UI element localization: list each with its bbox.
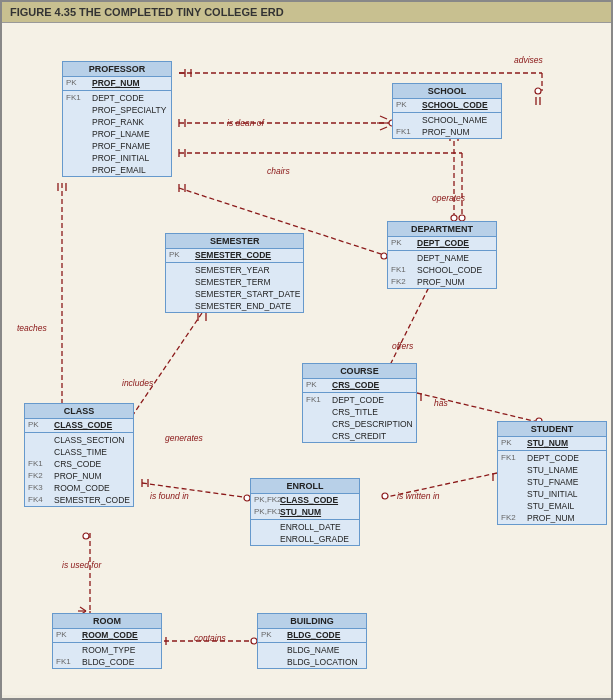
- field-name: CLASS_TIME: [54, 447, 130, 457]
- field-name: DEPT_CODE: [332, 395, 413, 405]
- field-name: SCHOOL_CODE: [422, 100, 498, 110]
- field-name: ROOM_CODE: [82, 630, 158, 640]
- relationship-label: operates: [432, 193, 465, 203]
- field-key: PK: [396, 100, 422, 109]
- relationship-label: includes: [122, 378, 153, 388]
- divider: [166, 262, 303, 263]
- relationship-label: generates: [165, 433, 203, 443]
- field-name: PROF_NUM: [527, 513, 603, 523]
- field-name: PROF_LNAME: [92, 129, 168, 139]
- field-name: SEMESTER_END_DATE: [195, 301, 300, 311]
- relationship-label: contains: [194, 633, 226, 643]
- entity-department: DEPARTMENTPKDEPT_CODEDEPT_NAMEFK1SCHOOL_…: [387, 221, 497, 289]
- relationship-label: teaches: [17, 323, 47, 333]
- entity-student: STUDENTPKSTU_NUMFK1DEPT_CODESTU_LNAMESTU…: [497, 421, 607, 525]
- entity-header-department: DEPARTMENT: [388, 222, 496, 237]
- field-key: PK,FK1: [254, 507, 280, 516]
- field-row: FK1DEPT_CODE: [498, 452, 606, 464]
- field-name: PROF_NUM: [92, 78, 168, 88]
- field-key: FK2: [501, 513, 527, 522]
- field-name: PROF_RANK: [92, 117, 168, 127]
- field-name: BLDG_LOCATION: [287, 657, 363, 667]
- field-row: SEMESTER_END_DATE: [166, 300, 303, 312]
- field-name: STU_NUM: [280, 507, 356, 517]
- field-name: SCHOOL_NAME: [422, 115, 498, 125]
- field-key: PK: [501, 438, 527, 447]
- field-row: ROOM_TYPE: [53, 644, 161, 656]
- field-row: SEMESTER_YEAR: [166, 264, 303, 276]
- field-name: ENROLL_DATE: [280, 522, 356, 532]
- divider: [258, 642, 366, 643]
- relationship-label: is dean of: [227, 118, 264, 128]
- field-name: CRS_DESCRIPTION: [332, 419, 413, 429]
- entity-header-class: CLASS: [25, 404, 133, 419]
- entity-header-student: STUDENT: [498, 422, 606, 437]
- field-row: FK1CRS_CODE: [25, 458, 133, 470]
- field-key: PK: [306, 380, 332, 389]
- field-name: ROOM_TYPE: [82, 645, 158, 655]
- divider: [388, 250, 496, 251]
- field-row: STU_EMAIL: [498, 500, 606, 512]
- field-row: PKSTU_NUM: [498, 437, 606, 449]
- field-row: FK1PROF_NUM: [393, 126, 501, 138]
- field-name: BLDG_NAME: [287, 645, 363, 655]
- page: FIGURE 4.35 THE COMPLETED TINY COLLEGE E…: [0, 0, 613, 700]
- relationship-label: advises: [514, 55, 543, 65]
- field-row: PKSEMESTER_CODE: [166, 249, 303, 261]
- entity-header-semester: SEMESTER: [166, 234, 303, 249]
- field-row: PKROOM_CODE: [53, 629, 161, 641]
- field-row: PKCLASS_CODE: [25, 419, 133, 431]
- entity-course: COURSEPKCRS_CODEFK1DEPT_CODECRS_TITLECRS…: [302, 363, 417, 443]
- field-key: FK2: [391, 277, 417, 286]
- field-row: FK1DEPT_CODE: [303, 394, 416, 406]
- field-row: FK3ROOM_CODE: [25, 482, 133, 494]
- field-key: PK: [28, 420, 54, 429]
- field-key: PK: [391, 238, 417, 247]
- field-key: FK1: [66, 93, 92, 102]
- field-name: SEMESTER_CODE: [54, 495, 130, 505]
- field-row: STU_INITIAL: [498, 488, 606, 500]
- field-row: STU_FNAME: [498, 476, 606, 488]
- field-row: SEMESTER_TERM: [166, 276, 303, 288]
- field-name: ENROLL_GRADE: [280, 534, 356, 544]
- field-row: PKBLDG_CODE: [258, 629, 366, 641]
- field-row: PK,FK1STU_NUM: [251, 506, 359, 518]
- field-name: DEPT_CODE: [92, 93, 168, 103]
- field-key: FK1: [306, 395, 332, 404]
- svg-line-15: [380, 116, 387, 119]
- relationship-label: offers: [392, 341, 413, 351]
- field-row: FK4SEMESTER_CODE: [25, 494, 133, 506]
- field-name: SEMESTER_TERM: [195, 277, 300, 287]
- field-row: CLASS_SECTION: [25, 434, 133, 446]
- field-key: FK1: [396, 127, 422, 136]
- field-row: ENROLL_GRADE: [251, 533, 359, 545]
- field-key: PK,FK2: [254, 495, 280, 504]
- field-key: PK: [66, 78, 92, 87]
- divider: [63, 90, 171, 91]
- entity-header-enroll: ENROLL: [251, 479, 359, 494]
- page-title: FIGURE 4.35 THE COMPLETED TINY COLLEGE E…: [10, 6, 284, 18]
- field-row: PKSCHOOL_CODE: [393, 99, 501, 111]
- field-key: FK1: [391, 265, 417, 274]
- entity-header-course: COURSE: [303, 364, 416, 379]
- field-key: FK1: [501, 453, 527, 462]
- field-name: STU_NUM: [527, 438, 603, 448]
- field-row: STU_LNAME: [498, 464, 606, 476]
- field-key: PK: [169, 250, 195, 259]
- field-row: DEPT_NAME: [388, 252, 496, 264]
- field-name: PROF_INITIAL: [92, 153, 168, 163]
- field-name: CRS_CODE: [332, 380, 413, 390]
- field-row: SEMESTER_START_DATE: [166, 288, 303, 300]
- field-row: PROF_EMAIL: [63, 164, 171, 176]
- field-key: FK2: [28, 471, 54, 480]
- divider: [303, 392, 416, 393]
- field-row: FK1DEPT_CODE: [63, 92, 171, 104]
- entity-school: SCHOOLPKSCHOOL_CODESCHOOL_NAMEFK1PROF_NU…: [392, 83, 502, 139]
- field-name: SEMESTER_START_DATE: [195, 289, 300, 299]
- field-name: CRS_TITLE: [332, 407, 413, 417]
- field-name: DEPT_CODE: [417, 238, 493, 248]
- field-key: FK1: [56, 657, 82, 666]
- field-row: PKPROF_NUM: [63, 77, 171, 89]
- svg-line-66: [80, 607, 86, 611]
- field-name: DEPT_NAME: [417, 253, 493, 263]
